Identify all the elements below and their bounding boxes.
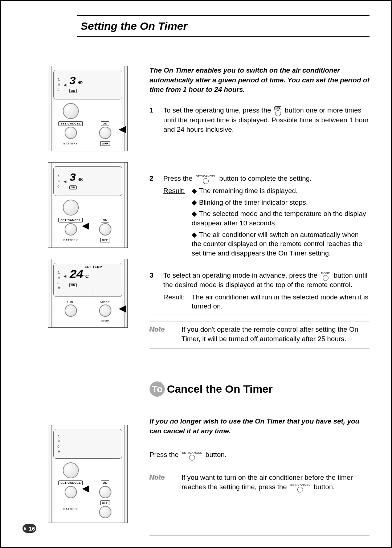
fan-icon: ✱ xyxy=(57,286,61,290)
intro2-paragraph: If you no longer wish to use the On Time… xyxy=(150,417,369,436)
unlabeled-button xyxy=(63,103,79,119)
battery-label: BATTERY xyxy=(64,142,78,145)
inline-mode-button: MODE xyxy=(321,272,330,281)
fan-icon: ✱ xyxy=(57,449,61,454)
lcd-on-badge: ON xyxy=(69,283,77,287)
dry-icon: ۵ xyxy=(57,184,61,188)
page-title: Setting the On Timer xyxy=(81,20,187,32)
temp-label: TEMP. xyxy=(101,319,110,322)
off-label: OFF xyxy=(100,141,110,146)
result-bullets: The remaining time is displayed. Blinkin… xyxy=(192,186,369,258)
divider xyxy=(94,289,94,293)
off-timer-button xyxy=(99,506,111,518)
on-label: ON xyxy=(101,121,109,126)
inline-setcancel-button: SET/CANCEL xyxy=(182,451,202,461)
pointer-icon: ◀ xyxy=(82,220,89,231)
step2-text-b: button to complete the setting. xyxy=(219,175,312,182)
dry-icon: ۵ xyxy=(57,444,61,449)
setcancel-label: SET/CANCEL xyxy=(58,121,82,126)
sub-heading-rest: Cancel the On Timer xyxy=(167,382,273,397)
inline-setcancel-button: SET/CANCEL xyxy=(290,483,310,492)
step2-text-a: Press the xyxy=(163,175,195,182)
pointer-icon: ◀ xyxy=(119,123,126,135)
lcd-hours: 3 xyxy=(69,172,75,184)
bullet-item: Blinking of the timer indicator stops. xyxy=(192,198,369,207)
pointer-icon: ◀ xyxy=(119,303,126,314)
lcd-temp: 24 xyxy=(69,268,83,282)
cancel-text-b: button. xyxy=(205,451,226,458)
sub-heading-lead: To xyxy=(150,381,165,397)
cancel-text-a: Press the xyxy=(150,451,181,458)
inline-setcancel-button: SET/CANCEL xyxy=(196,175,216,184)
auto-icon: ↻ xyxy=(57,174,61,178)
remote-illustration-4: ↻ ❄ ۵ ✱ SET/CANCEL xyxy=(48,425,128,523)
1hr-label: 1HR. xyxy=(67,300,74,304)
step-number: 2 xyxy=(150,174,157,260)
on-timer-button xyxy=(99,127,111,139)
setcancel-label: SET/CANCEL xyxy=(58,218,82,222)
dry-icon: ۵ xyxy=(57,87,61,92)
on-label: ON xyxy=(101,480,109,485)
bullet-item: The selected mode and the temperature on… xyxy=(192,209,369,228)
sub-heading: To Cancel the On Timer xyxy=(150,381,369,397)
battery-label: BATTERY xyxy=(64,507,78,511)
pointer-icon: ◀ xyxy=(82,483,89,494)
note-label: Note xyxy=(150,473,175,492)
lcd-hours: 3 xyxy=(69,75,75,87)
remote-illustration-1: ↻ ❄ ۵ ◂ 3 HR ON xyxy=(48,66,128,151)
instruction-column: The On Timer enables you to switch on th… xyxy=(139,66,369,349)
arrow-left-icon: ◂ xyxy=(64,273,66,279)
arrow-left-icon: ◂ xyxy=(64,81,66,88)
on-timer-button xyxy=(99,223,111,236)
inline-on-button: ON xyxy=(274,106,281,116)
mode-button xyxy=(99,304,111,317)
page-number-value: 16 xyxy=(29,525,35,532)
intro-paragraph: The On Timer enables you to switch on th… xyxy=(150,66,369,95)
remote-illustration-2: ↻ ❄ ۵ ◂ 3 HR ON xyxy=(48,162,128,248)
unlabeled-button xyxy=(63,462,79,478)
cool-icon: ❄ xyxy=(57,82,61,87)
lcd-on-badge: ON xyxy=(69,89,77,93)
note-body: If you don't operate the remote control … xyxy=(181,325,369,343)
cool-icon: ❄ xyxy=(57,439,61,443)
step-number: 3 xyxy=(150,271,157,311)
page-number-prefix: E- xyxy=(24,526,28,531)
bullet-item: The remaining time is displayed. xyxy=(192,186,369,196)
lcd-unit: HR xyxy=(77,177,82,181)
cool-icon: ❄ xyxy=(57,275,61,280)
note-label: Note xyxy=(150,325,175,343)
page-number: E- 16 xyxy=(23,524,36,533)
setcancel-button xyxy=(65,486,77,498)
setcancel-label: SET/CANCEL xyxy=(58,480,82,485)
off-label: OFF xyxy=(100,500,110,505)
lcd-unit: HR xyxy=(77,81,82,85)
auto-icon: ↻ xyxy=(57,270,61,275)
auto-icon: ↻ xyxy=(57,434,61,438)
auto-icon: ↻ xyxy=(57,77,61,82)
remote-illustration-3: ↻ ❄ ۵ ✱ ◂ SET TEMP. 24°C ON xyxy=(48,259,128,328)
on-label: ON xyxy=(101,218,109,222)
off-label: OFF xyxy=(100,238,110,242)
arrow-left-icon: ◂ xyxy=(64,178,66,185)
note2-text-b: button. xyxy=(314,483,335,491)
1hr-button xyxy=(65,304,77,317)
result-text: The air conditioner will run in the sele… xyxy=(192,293,369,311)
on-timer-button xyxy=(99,486,111,498)
result-label: Result: xyxy=(163,186,185,260)
dry-icon: ۵ xyxy=(57,281,61,285)
battery-label: BATTERY xyxy=(64,238,78,242)
step1-text-a: To set the operating time, press the xyxy=(163,106,273,114)
cool-icon: ❄ xyxy=(57,179,61,183)
step-number: 1 xyxy=(150,106,157,134)
illustration-column: ↻ ❄ ۵ ◂ 3 HR ON xyxy=(23,66,139,349)
title-bar: Setting the On Timer xyxy=(77,15,369,37)
step3-text-a: To select an operating mode in advance, … xyxy=(163,271,319,279)
mode-icon-stack: ↻ ❄ ۵ xyxy=(57,77,61,92)
bullet-item: The air conditioner will switch on autom… xyxy=(192,230,369,258)
unlabeled-button xyxy=(63,200,79,216)
lcd-temp-unit: °C xyxy=(83,274,89,279)
lcd-on-badge: ON xyxy=(69,185,77,189)
result-label: Result: xyxy=(163,293,185,311)
mode-label: MODE xyxy=(101,300,110,304)
setcancel-button xyxy=(65,223,77,236)
